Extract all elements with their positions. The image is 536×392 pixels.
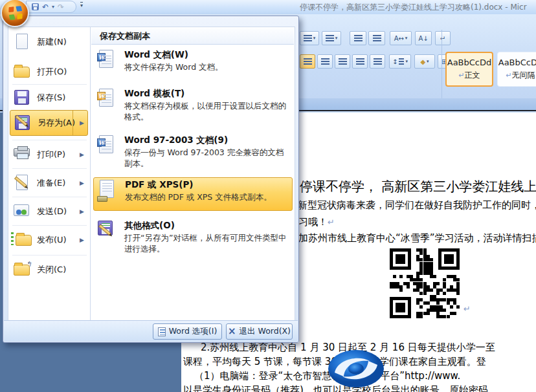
shading-bucket-icon: ◆	[420, 58, 425, 65]
submenu-arrow-icon: ▶	[80, 120, 84, 126]
menu-item-publish[interactable]: 发布(U) ▶	[10, 228, 88, 252]
customize-qat-icon[interactable]: ▾	[80, 2, 83, 9]
submenu-arrow-icon: ▶	[80, 180, 84, 186]
align-right-button[interactable]	[335, 54, 350, 69]
save-icon[interactable]	[32, 3, 39, 10]
menu-item-send[interactable]: 发送(D) ▶	[10, 199, 88, 224]
style-sample: AaBbCcDd	[498, 58, 536, 67]
word-97-2003-icon: W	[96, 135, 117, 156]
qr-finder-icon	[390, 297, 411, 318]
save-floppy-icon	[12, 89, 32, 107]
line-spacing-icon: ↕	[392, 58, 397, 65]
style-name: ↵无间隔	[506, 70, 535, 81]
menu-separator	[12, 225, 87, 226]
word-window: 停课不停学，高新区第三小学娄江娃线上学习攻略(1).docx - Micr ▾ …	[0, 0, 536, 392]
menu-separator	[12, 140, 87, 140]
save-as-submenu: 保存文档副本 W Word 文档(W) 将文件保存为 Word 文档。 W Wo…	[90, 27, 295, 332]
align-center-icon	[321, 58, 329, 65]
submenu-item-other-formats[interactable]: 其他格式(O) 打开“另存为”对话框，从所有可用文件类型中进行选择。	[93, 219, 293, 260]
chevron-down-icon: ▾	[313, 36, 316, 41]
paragraph-mark-icon: ↵	[506, 71, 511, 80]
office-menu: 新建(N) 打开(O) 保存(S) 另存为(A) ▶ 打印(P) ▶	[3, 16, 299, 343]
menu-item-open[interactable]: 打开(O)	[10, 60, 88, 84]
numbered-list-icon	[304, 35, 312, 42]
qr-finder-icon	[390, 248, 411, 270]
redo-icon: ↷	[58, 3, 64, 11]
sort-button[interactable]: A↓	[415, 31, 432, 45]
open-folder-icon	[12, 63, 32, 81]
chevron-down-icon[interactable]: ▾	[52, 4, 54, 10]
increase-indent-button[interactable]	[368, 31, 385, 45]
submenu-item-word-document[interactable]: W Word 文档(W) 将文件保存为 Word 文档。	[93, 48, 293, 78]
word-document-icon: W	[96, 50, 117, 71]
submenu-item-word-97-2003[interactable]: W Word 97-2003 文档(9) 保存一份与 Word 97-2003 …	[93, 133, 293, 175]
office-button[interactable]	[1, 0, 29, 27]
options-icon	[158, 327, 166, 336]
align-right-icon	[339, 58, 347, 65]
style-chip-normal[interactable]: AaBbCcDd ↵正文	[445, 52, 493, 87]
close-document-icon: ↰	[12, 261, 32, 279]
qr-code	[388, 247, 461, 320]
chevron-down-icon: ▾	[427, 59, 429, 64]
doc-heading: 停课不停学， 高新区第三小学娄江娃线上学习攻略	[300, 178, 536, 195]
line-spacing-button[interactable]: ↕ ▾	[389, 54, 411, 69]
multilevel-list-button[interactable]: ▾	[322, 31, 341, 45]
justify-icon	[356, 58, 364, 65]
menu-separator	[12, 197, 87, 197]
sort-az-icon: A↓	[418, 35, 428, 42]
send-icon	[12, 202, 32, 221]
menu-separator	[12, 168, 87, 169]
submenu-item-word-template[interactable]: W Word 模板(T) 将文档保存为模板，以便用于设置以后文档的格式。	[93, 87, 293, 128]
align-center-button[interactable]	[317, 54, 333, 69]
chevron-down-icon: ▾	[335, 36, 338, 41]
style-chip-no-spacing[interactable]: AaBbCcDd ↵无间隔	[497, 52, 536, 87]
menu-separator	[12, 255, 87, 256]
chevron-down-icon: ▾	[405, 36, 408, 41]
quick-access-toolbar: ↶ ▾ ↷	[26, 1, 76, 13]
paragraph-mark-icon: ↵	[328, 217, 335, 227]
numbering-button[interactable]: ▾	[300, 31, 319, 45]
document-title: 停课不停学，高新区第三小学娄江娃线上学习攻略(1).docx - Micr	[300, 2, 527, 13]
undo-icon[interactable]: ↶	[42, 3, 49, 11]
doc-paragraph: 习哦！↵	[298, 216, 335, 228]
align-left-icon	[304, 58, 312, 65]
exit-word-button[interactable]: × 退出 Word(X)	[226, 323, 293, 340]
word-options-button[interactable]: Word 选项(I)	[153, 323, 222, 340]
distribute-button[interactable]	[370, 54, 385, 69]
pdf-xps-icon	[97, 180, 118, 201]
menu-item-print[interactable]: 打印(P) ▶	[10, 142, 88, 167]
submenu-item-pdf-xps[interactable]: PDF 或 XPS(P) 发布文档的 PDF 或 XPS 文件格式副本。	[93, 177, 293, 211]
justify-button[interactable]	[352, 54, 368, 69]
multilevel-list-icon	[326, 35, 334, 42]
decrease-indent-button[interactable]	[350, 31, 366, 45]
menu-item-save-as[interactable]: 另存为(A) ▶	[10, 110, 88, 136]
line-spacing-lines-icon	[399, 58, 404, 65]
chevron-down-icon: ▾	[405, 59, 408, 64]
menu-item-prepare[interactable]: 准备(E) ▶	[10, 171, 88, 195]
office-menu-left-pane: 新建(N) 打开(O) 保存(S) 另存为(A) ▶ 打印(P) ▶	[8, 27, 90, 332]
submenu-arrow-icon: ▶	[80, 208, 84, 215]
asian-layout-icon: A↔	[394, 35, 404, 42]
menu-item-close[interactable]: ↰ 关闭(C)	[10, 257, 88, 282]
qr-finder-icon	[438, 248, 460, 270]
align-left-button[interactable]	[300, 54, 315, 69]
menu-separator	[12, 84, 87, 85]
doc-paragraph: 加苏州市线上教育中心“冰雪季”学习活动，活动详情扫描二	[298, 232, 536, 245]
office-logo-icon	[8, 6, 23, 20]
menu-item-save[interactable]: 保存(S)	[10, 85, 88, 110]
paragraph-mark-icon: ↵	[458, 71, 464, 80]
doc-paragraph: 新型冠状病毒来袭，同学们在做好自我防护工作的同时，可以	[298, 199, 536, 212]
shading-button[interactable]: ◆ ▾	[414, 54, 435, 69]
menu-item-new[interactable]: 新建(N)	[10, 30, 88, 54]
style-sample: AaBbCcDd	[447, 58, 492, 67]
printer-icon	[12, 146, 32, 164]
asian-layout-button[interactable]: A↔ ▾	[390, 31, 412, 45]
prepare-document-icon	[12, 174, 32, 192]
new-document-icon	[12, 33, 32, 51]
submenu-arrow-icon: ▶	[80, 237, 84, 243]
increase-indent-icon	[373, 35, 381, 42]
show-marks-button[interactable]: ↵	[435, 31, 451, 45]
save-as-icon	[13, 114, 32, 132]
other-formats-icon	[96, 221, 117, 241]
submenu-header: 保存文档副本	[91, 28, 294, 45]
